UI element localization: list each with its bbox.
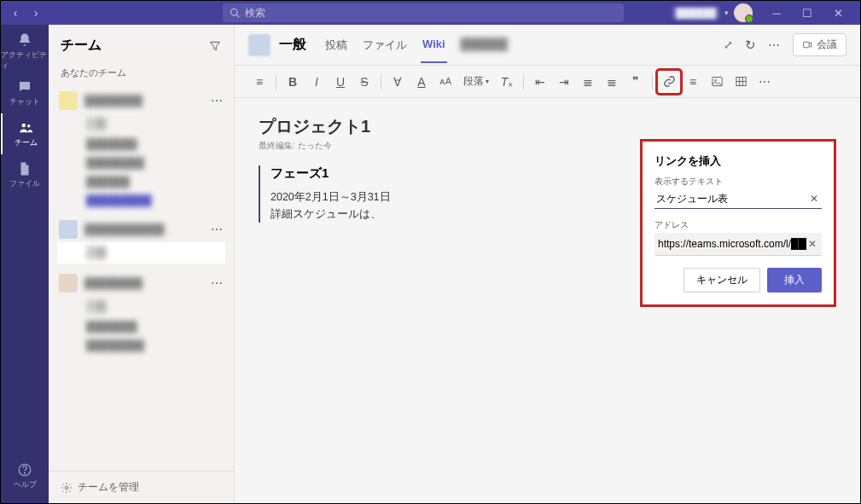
team-header[interactable]: ███████████ ⋯ <box>57 217 225 242</box>
table-button[interactable] <box>730 71 752 93</box>
popup-title: リンクを挿入 <box>654 154 822 169</box>
tab-files[interactable]: ファイル <box>361 27 409 63</box>
svg-line-1 <box>236 14 239 17</box>
rail-label: アクティビティ <box>1 49 49 72</box>
cancel-button[interactable]: キャンセル <box>684 268 760 293</box>
channel-item[interactable]: 一般 <box>57 113 225 135</box>
display-text-field[interactable]: ✕ <box>654 189 822 209</box>
more-icon[interactable]: ⋯ <box>211 276 224 290</box>
display-text-input[interactable] <box>656 193 808 205</box>
team-name: ████████ <box>84 95 143 107</box>
gear-icon <box>61 482 73 494</box>
filter-icon[interactable] <box>208 39 222 53</box>
strike-button[interactable]: S <box>353 71 375 93</box>
team-header[interactable]: ████████ ⋯ <box>57 88 225 113</box>
italic-button[interactable]: I <box>305 71 328 93</box>
manage-teams-label: チームを管理 <box>78 480 139 495</box>
tab-extra[interactable]: ██████ <box>459 27 509 63</box>
nav-back-icon[interactable]: ‹ <box>8 6 23 20</box>
number-list-button[interactable]: ≣ <box>601 71 623 93</box>
svg-point-5 <box>25 472 26 473</box>
team-item: ███████████ ⋯ 一般 <box>49 213 234 267</box>
team-avatar <box>59 274 78 293</box>
team-name: ████████ <box>84 277 143 289</box>
help-icon <box>17 462 32 478</box>
hr-button[interactable]: ≡ <box>682 71 704 93</box>
manage-teams[interactable]: チームを管理 <box>49 471 234 503</box>
window-maximize-icon[interactable]: ☐ <box>792 7 823 20</box>
address-input[interactable] <box>658 238 806 250</box>
window-close-icon[interactable]: ✕ <box>823 7 853 20</box>
more-icon[interactable]: ⋯ <box>211 223 224 236</box>
svg-point-3 <box>27 125 30 127</box>
chat-icon <box>17 79 32 95</box>
text-label: 表示するテキスト <box>654 176 822 188</box>
bold-button[interactable]: B <box>282 71 304 93</box>
more-format-icon[interactable]: ⋯ <box>753 71 776 93</box>
svg-point-6 <box>65 486 68 490</box>
highlight-button[interactable]: ∀ <box>387 71 409 93</box>
rail-files[interactable]: ファイル <box>1 154 49 195</box>
main-area: 一般 投稿 ファイル Wiki ██████ ⤢ ↻ ⋯ 会議 ≡ B I <box>235 25 860 503</box>
image-button[interactable] <box>706 71 728 93</box>
font-color-button[interactable]: A <box>410 71 433 93</box>
link-button[interactable] <box>658 71 680 93</box>
channel-item[interactable]: 一般 <box>57 296 225 317</box>
search-placeholder: 検索 <box>245 6 265 20</box>
people-icon <box>18 120 33 136</box>
team-name: ███████████ <box>84 223 165 235</box>
expand-icon[interactable]: ⤢ <box>724 38 733 51</box>
rail-label: ファイル <box>9 178 40 189</box>
team-item: ████████ ⋯ 一般 ███████ ████████ <box>49 267 234 358</box>
tab-posts[interactable]: 投稿 <box>323 27 349 63</box>
font-size-button[interactable]: ᴀA <box>434 71 457 93</box>
channel-item[interactable]: ███████ <box>57 317 225 336</box>
channel-item[interactable]: ██████ <box>57 172 225 191</box>
rail-activity[interactable]: アクティビティ <box>1 32 49 72</box>
rail-label: チーム <box>15 137 38 148</box>
quote-button[interactable]: ❞ <box>625 71 647 93</box>
clear-text-icon[interactable]: ✕ <box>808 193 820 205</box>
search-box[interactable]: 検索 <box>223 3 624 22</box>
paragraph-select[interactable]: 段落 ▾ <box>458 71 494 93</box>
format-toolbar: ≡ B I U S ∀ A ᴀA 段落 ▾ Tₓ ⇤ ⇥ ≣ ≣ ❞ ≡ ⋯ <box>235 66 860 98</box>
channel-item[interactable]: █████████ <box>57 191 225 210</box>
svg-point-0 <box>231 9 238 16</box>
address-field[interactable]: ✕ <box>654 233 822 256</box>
tabs: 投稿 ファイル Wiki ██████ <box>323 27 509 63</box>
meet-button[interactable]: 会議 <box>793 33 846 56</box>
tab-wiki[interactable]: Wiki <box>421 27 447 63</box>
team-item: ████████ ⋯ 一般 ███████ ████████ ██████ ██… <box>49 84 234 213</box>
channel-item[interactable]: 一般 <box>57 242 225 264</box>
outdent-button[interactable]: ⇤ <box>529 71 551 93</box>
nav-forward-icon[interactable]: › <box>28 6 44 20</box>
rail-teams[interactable]: チーム <box>1 113 49 154</box>
clear-format-button[interactable]: Tₓ <box>496 71 518 93</box>
page-title[interactable]: プロジェクト1 <box>259 115 836 138</box>
more-icon[interactable]: ⋯ <box>211 94 224 107</box>
rail-chat[interactable]: チャット <box>1 72 49 113</box>
more-icon[interactable]: ⋯ <box>768 38 781 52</box>
sidebar-title: チーム <box>61 37 102 55</box>
clear-address-icon[interactable]: ✕ <box>806 238 818 250</box>
channel-avatar <box>248 34 271 56</box>
hamburger-icon[interactable]: ≡ <box>248 71 271 93</box>
user-menu[interactable]: ██████ ▾ <box>672 3 753 22</box>
file-icon <box>17 161 32 177</box>
insert-link-popup: リンクを挿入 表示するテキスト ✕ アドレス ✕ キャンセル 挿入 <box>640 139 836 307</box>
team-header[interactable]: ████████ ⋯ <box>57 270 225 296</box>
svg-point-9 <box>714 79 716 81</box>
indent-button[interactable]: ⇥ <box>553 71 575 93</box>
rail-help[interactable]: ヘルプ <box>1 455 49 496</box>
avatar[interactable] <box>734 3 753 22</box>
chevron-down-icon: ▾ <box>724 9 729 17</box>
team-avatar <box>59 220 78 239</box>
channel-item[interactable]: ███████ <box>57 135 225 154</box>
underline-button[interactable]: U <box>329 71 352 93</box>
channel-item[interactable]: ████████ <box>57 154 225 172</box>
channel-item[interactable]: ████████ <box>57 336 225 355</box>
bullet-list-button[interactable]: ≣ <box>577 71 599 93</box>
window-minimize-icon[interactable]: ─ <box>761 7 792 20</box>
refresh-icon[interactable]: ↻ <box>745 38 756 53</box>
insert-button[interactable]: 挿入 <box>767 268 822 293</box>
